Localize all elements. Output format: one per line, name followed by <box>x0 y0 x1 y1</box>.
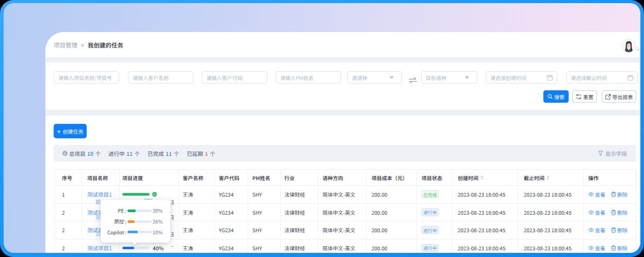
cell-text: YG234 <box>219 226 234 234</box>
source-language-select[interactable]: 源语种 <box>347 71 402 84</box>
cell-industry: 法律财经 <box>281 186 318 203</box>
cell-text: 2023-08-23 18:00:45 <box>458 208 505 216</box>
column-header[interactable]: 客户名称 <box>179 170 215 185</box>
swap-languages-icon[interactable] <box>408 74 417 81</box>
action-label: 删除 <box>617 226 627 234</box>
stat-value: 10 <box>87 150 93 157</box>
column-header[interactable]: 创建时间 <box>453 170 518 185</box>
deadline-datepicker[interactable]: 请选择截止时间 <box>566 71 638 84</box>
column-header[interactable]: 客户代码 <box>215 170 248 185</box>
tooltip-row: PE : 30% <box>101 205 163 216</box>
reset-button[interactable]: 重置 <box>572 90 597 103</box>
check-circle-icon <box>152 192 157 197</box>
column-label: 项目名称 <box>87 174 108 182</box>
customer-name-input[interactable]: 请输入客户名称 <box>128 71 194 84</box>
delete-link[interactable]: 删除 <box>611 226 627 234</box>
column-label: 序号 <box>62 174 72 182</box>
create-task-button[interactable]: + 创建任务 <box>54 124 87 138</box>
cell-text: 简体中文-英文 <box>323 190 355 198</box>
column-header[interactable]: PM姓名 <box>248 170 281 185</box>
input-placeholder: 请输入客户名称 <box>133 74 189 82</box>
obscured-glyph: 日 <box>171 199 174 205</box>
obscured-glyph: 日 <box>171 214 174 220</box>
cell-text: YG234 <box>219 208 234 216</box>
progress-breakdown-tooltip: PE : 30% 质控 : 26% Copilot : 10% <box>101 200 170 243</box>
project-name-link[interactable]: 测试项目1 <box>87 190 112 198</box>
delete-link[interactable]: 删除 <box>611 190 627 198</box>
column-header[interactable]: 项目名称 <box>82 170 120 185</box>
display-fields-label: 显示字段 <box>605 150 627 157</box>
cell-text: 2023-08-23 18:00:45 <box>458 190 505 198</box>
cell-serial: 2 <box>55 221 82 239</box>
cell-deadline: 2023-08-23 18:00:45 <box>518 239 584 253</box>
column-header[interactable]: 序号 <box>55 170 82 185</box>
obscured-dash <box>171 246 174 247</box>
cell-text: 2 <box>62 226 65 234</box>
view-link[interactable]: 查看 <box>588 226 605 234</box>
column-header[interactable]: 行业 <box>281 170 318 185</box>
sort-icon[interactable] <box>480 175 484 180</box>
datepicker-placeholder: 请选择创建时间 <box>490 74 547 82</box>
status-badge: 已完成 <box>422 190 439 198</box>
tooltip-row: Copilot : 10% <box>101 227 163 238</box>
column-header[interactable]: 项目成本（元） <box>366 170 417 185</box>
display-fields-toggle[interactable]: 显示字段 <box>598 150 627 157</box>
button-label: 导出报表 <box>613 93 633 101</box>
cell-actions: 查看 删除 <box>584 204 637 221</box>
cell-text: 简体中文-英文 <box>323 226 355 234</box>
progress-bar[interactable] <box>122 193 150 196</box>
column-label: 项目进度 <box>122 174 143 182</box>
delete-link[interactable]: 删除 <box>611 208 627 216</box>
column-header[interactable]: 项目进度 <box>120 170 179 185</box>
user-avatar[interactable] <box>622 39 636 53</box>
obscured-text-fragment: 题 <box>95 213 101 221</box>
cell-text: 2023-08-23 18:00:45 <box>458 244 505 252</box>
cell-serial: 2 <box>55 239 82 253</box>
refresh-icon <box>576 94 582 100</box>
view-link[interactable]: 查看 <box>588 190 605 198</box>
obscured-text-fragment: 日 <box>171 199 175 206</box>
stat-label: 总项目 <box>69 150 86 157</box>
progress-bar[interactable] <box>122 247 149 249</box>
cell-status: 进行中 <box>417 239 453 253</box>
cell-text: 王涛 <box>183 244 193 252</box>
customer-code-input[interactable]: 请输入客户代码 <box>202 71 267 84</box>
column-header[interactable]: 截止时间 <box>518 170 584 185</box>
eye-icon <box>588 245 594 251</box>
cell-text: 200.00 <box>372 190 388 198</box>
cell-cost: 200.00 <box>366 204 417 221</box>
column-header[interactable]: 项目状态 <box>417 170 453 185</box>
breadcrumb-root[interactable]: 项目管理 <box>54 41 77 49</box>
tooltip-arrow <box>131 242 138 246</box>
cell-text: 2023-08-23 18:00:45 <box>458 226 505 234</box>
cell-customer-code: YG234 <box>215 221 248 239</box>
tooltip-progress-bar <box>127 220 152 223</box>
cell-industry: 法律财经 <box>281 221 318 239</box>
sort-icon[interactable] <box>546 175 550 180</box>
cell-customer-code: YG234 <box>215 186 248 203</box>
tooltip-percent: 10% <box>153 229 163 236</box>
trash-icon <box>611 227 616 233</box>
cell-customer-code: YG234 <box>215 204 248 221</box>
project-name-input[interactable]: 请输入项目名称/项目号 <box>54 71 119 84</box>
trash-icon <box>611 245 616 251</box>
cell-created-at: 2023-08-23 18:00:45 <box>453 186 518 203</box>
pm-name-input[interactable]: 请输入PM姓名 <box>276 71 341 84</box>
tooltip-label: Copilot : <box>101 229 126 236</box>
select-placeholder: 源语种 <box>352 74 390 82</box>
view-link[interactable]: 查看 <box>588 244 605 252</box>
trash-icon <box>611 191 616 197</box>
export-report-button[interactable]: 导出报表 <box>602 90 636 103</box>
target-language-select[interactable]: 目标语种 <box>421 71 477 84</box>
delete-link[interactable]: 删除 <box>611 244 627 252</box>
search-button[interactable]: 搜索 <box>543 90 569 103</box>
project-name-link[interactable]: 测试项目1 <box>87 244 112 252</box>
stat-value: 11 <box>166 150 172 157</box>
column-header[interactable]: 操作 <box>584 170 637 185</box>
cell-deadline: 2023-08-23 18:00:45 <box>518 204 584 221</box>
cell-text: 王涛 <box>183 226 193 234</box>
view-link[interactable]: 查看 <box>588 208 605 216</box>
create-time-datepicker[interactable]: 请选择创建时间 <box>486 71 557 84</box>
column-header[interactable]: 语种方向 <box>318 170 366 185</box>
column-label: 截止时间 <box>524 174 544 182</box>
